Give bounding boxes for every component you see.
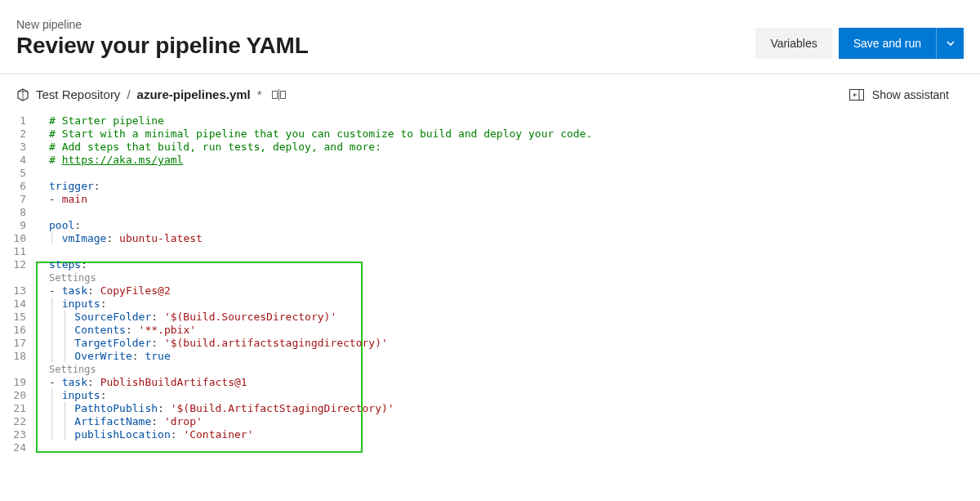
line-number: 20 [0, 389, 26, 402]
panel-expand-icon [849, 89, 864, 101]
line-number: 13 [0, 284, 26, 297]
code-line: trigger: [49, 180, 980, 193]
code-line: # https://aka.ms/yaml [49, 154, 980, 167]
code-line: pool: [49, 219, 980, 232]
unsaved-indicator: * [257, 87, 262, 101]
code-line: │ inputs: [49, 389, 980, 402]
line-gutter: 1 2 3 4 5 6 7 8 9 10 11 12 13 14 15 16 1… [0, 114, 33, 454]
page-title: Review your pipeline YAML [16, 33, 309, 59]
line-number: 7 [0, 193, 26, 206]
path-separator: / [127, 87, 130, 101]
code-line: - task: CopyFiles@2 [49, 284, 980, 297]
line-number: 2 [0, 127, 26, 141]
code-line: # Start with a minimal pipeline that you… [49, 127, 980, 141]
svg-rect-0 [272, 91, 277, 98]
header-left: New pipeline Review your pipeline YAML [16, 18, 309, 59]
line-number: 19 [0, 376, 26, 389]
chevron-down-icon [946, 38, 956, 48]
show-assistant-label: Show assistant [872, 88, 949, 101]
line-number: 11 [0, 245, 26, 258]
code-line: steps: [49, 258, 980, 271]
code-line: │ │ SourceFolder: '$(Build.SourcesDirect… [49, 311, 980, 324]
line-number: 15 [0, 311, 26, 324]
save-and-run-button[interactable]: Save and run [839, 28, 936, 59]
header-actions: Variables Save and run [755, 28, 964, 59]
code-line: │ │ Contents: '**.pbix' [49, 324, 980, 337]
file-name: azure-pipelines.yml [137, 87, 251, 101]
subheader: Test Repository / azure-pipelines.yml * … [0, 74, 980, 108]
line-number: 6 [0, 180, 26, 193]
code-line: - task: PublishBuildArtifacts@1 [49, 376, 980, 389]
file-path: Test Repository / azure-pipelines.yml * [16, 87, 287, 101]
code-line [49, 441, 980, 454]
code-line: # Starter pipeline [49, 114, 980, 127]
line-number: 3 [0, 141, 26, 154]
line-number: 1 [0, 114, 26, 127]
line-number: 24 [0, 441, 26, 454]
code-line: │ inputs: [49, 297, 980, 311]
line-number: 5 [0, 167, 26, 180]
repository-name[interactable]: Test Repository [36, 87, 120, 101]
rename-button[interactable] [272, 89, 287, 101]
code-line [49, 167, 980, 180]
code-line [49, 245, 980, 258]
line-number: 8 [0, 206, 26, 219]
show-assistant-button[interactable]: Show assistant [849, 88, 964, 101]
save-and-run-dropdown[interactable] [936, 28, 964, 59]
yaml-editor[interactable]: 1 2 3 4 5 6 7 8 9 10 11 12 13 14 15 16 1… [0, 108, 980, 454]
task-settings-link[interactable]: Settings [49, 363, 980, 376]
line-number: 18 [0, 350, 26, 376]
code-line: │ vmImage: ubuntu-latest [49, 232, 980, 245]
code-line: │ │ OverWrite: true [49, 350, 980, 363]
line-number: 23 [0, 428, 26, 441]
code-area[interactable]: # Starter pipeline # Start with a minima… [33, 114, 980, 454]
code-line: │ │ ArtifactName: 'drop' [49, 415, 980, 428]
line-number: 22 [0, 415, 26, 428]
code-line: - main [49, 193, 980, 206]
code-line: # Add steps that build, run tests, deplo… [49, 141, 980, 154]
repository-icon [16, 88, 29, 101]
code-line [49, 206, 980, 219]
page-header: New pipeline Review your pipeline YAML V… [0, 0, 980, 74]
svg-rect-1 [280, 91, 285, 98]
line-number: 14 [0, 297, 26, 311]
code-line: │ │ PathtoPublish: '$(Build.ArtifactStag… [49, 402, 980, 415]
breadcrumb: New pipeline [16, 18, 309, 31]
code-line: │ │ publishLocation: 'Container' [49, 428, 980, 441]
line-number: 9 [0, 219, 26, 232]
line-number: 10 [0, 232, 26, 245]
save-run-split-button: Save and run [839, 28, 964, 59]
line-number: 4 [0, 154, 26, 167]
rename-icon [272, 89, 287, 101]
line-number: 21 [0, 402, 26, 415]
variables-button[interactable]: Variables [755, 28, 831, 59]
line-number: 17 [0, 337, 26, 350]
code-line: │ │ TargetFolder: '$(build.artifactstagi… [49, 337, 980, 350]
line-number: 16 [0, 324, 26, 337]
task-settings-link[interactable]: Settings [49, 271, 980, 284]
line-number: 12 [0, 258, 26, 284]
